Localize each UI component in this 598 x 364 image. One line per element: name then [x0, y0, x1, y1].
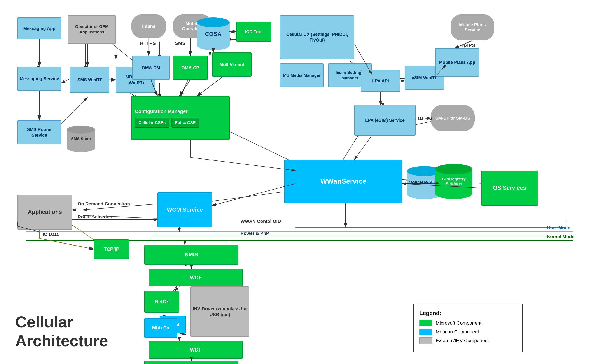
- oma-dm-label: OMA-DM: [142, 65, 160, 71]
- lpa-api-box: LPA API: [361, 70, 400, 92]
- svg-line-80: [39, 238, 94, 249]
- netcx-box: NetCx: [144, 291, 179, 313]
- wcm-service-box: WCM Service: [158, 192, 212, 227]
- intune-box: Intune: [131, 14, 166, 38]
- mobile-plans-app-label: Mobile Plans App: [439, 59, 475, 65]
- wcm-service-label: WCM Service: [167, 206, 203, 214]
- sm-dp-label: SM-DP or SM-DS: [435, 116, 470, 121]
- euicc-csp-box: Euicc CSP: [172, 118, 199, 128]
- sms-store-label: SMS Store: [71, 137, 91, 141]
- legend-item-microsoft: Microsoft Component: [419, 320, 517, 326]
- mobile-plans-service-box: Mobile Plans Service: [451, 14, 494, 40]
- oma-dm-box: OMA-DM: [132, 56, 169, 80]
- cellular-csps-box: Cellular CSPs: [135, 118, 169, 128]
- https2-label: HTTPS: [459, 43, 475, 48]
- oma-cp-label: OMA-CP: [181, 65, 199, 71]
- mobile-plans-app-box: Mobile Plans App: [435, 48, 479, 77]
- wdf1-label: WDF: [190, 274, 202, 281]
- legend-item-external: External/IHV Component: [419, 337, 517, 344]
- config-manager-label: Configuration Manager: [135, 108, 188, 115]
- sms-router-label: SMS Router Service: [19, 127, 59, 138]
- operator-oem-box: Operator or OEM Applications: [68, 15, 116, 44]
- sms-label: SMS: [175, 40, 185, 46]
- lpa-service-box: LPA (eSIM) Service: [354, 105, 415, 136]
- messaging-app-box: Messaging App: [17, 17, 61, 39]
- mb-media-box: MB Media Manager: [280, 63, 324, 88]
- legend: Legend: Microsoft Component Mobcon Compo…: [413, 304, 523, 352]
- os-services-label: OS Services: [493, 184, 526, 192]
- legend-color-external: [419, 337, 432, 344]
- applications-label: Applications: [28, 208, 62, 216]
- sms-winrt-label: SMS WInRT: [77, 77, 102, 83]
- messaging-service-label: Messaging Service: [20, 76, 59, 81]
- tcpip-label: TCP/IP: [104, 246, 119, 252]
- cosa-box: COSA: [197, 17, 230, 50]
- tcpip-box: TCP/IP: [94, 239, 129, 259]
- config-manager-box: Configuration Manager Cellular CSPs Euic…: [131, 96, 230, 140]
- cellular-csps-label: Cellular CSPs: [138, 120, 166, 125]
- legend-title: Legend:: [419, 310, 517, 316]
- pcie-usb-box: PCIe or USB Bus: [144, 361, 238, 364]
- lpa-service-label: LPA (eSIM) Service: [365, 117, 405, 123]
- legend-color-microsoft: [419, 320, 432, 326]
- gp-registry-box: GP/Registry Settings: [435, 164, 473, 199]
- sms-router-box: SMS Router Service: [17, 120, 61, 144]
- messaging-service-box: Messaging Service: [17, 67, 61, 91]
- nmis-box: NMIS: [144, 245, 238, 265]
- wdf2-label: WDF: [190, 346, 202, 353]
- legend-label-external: External/IHV Component: [436, 338, 489, 343]
- legend-label-microsoft: Microsoft Component: [436, 320, 482, 326]
- power-pnp-label: Power & PnP: [241, 231, 269, 236]
- sm-dp-box: SM-DP or SM-DS: [431, 105, 475, 131]
- svg-line-75: [212, 184, 295, 205]
- nmis-label: NMIS: [185, 251, 198, 258]
- gp-registry-label: GP/Registry Settings: [435, 177, 473, 186]
- mbb-cx-box: Mbb Cx: [144, 318, 177, 338]
- on-demand-label: On Demand Connection: [78, 201, 130, 206]
- ihv-driver-box: IHV Driver (wmbclass for USB bus): [190, 286, 249, 337]
- icd-tool-label: ICD Tool: [245, 29, 263, 34]
- svg-line-60: [179, 80, 190, 96]
- cellular-ux-label: Cellular UX (Settings, PNIDUI, FlyOut): [282, 32, 353, 43]
- ihv-driver-label: IHV Driver (wmbclass for USB bus): [192, 306, 248, 318]
- kernel-mode-label: Kernel Mode: [547, 234, 574, 239]
- legend-color-mobcon: [419, 329, 432, 335]
- route-selection-label: Route Selection: [78, 214, 112, 219]
- wwan-profiles-label: WWAN Profiles: [409, 180, 439, 185]
- wwan-control-label: WWAN Contol OID: [241, 219, 281, 224]
- multivariant-label: MultiVariant: [219, 62, 244, 67]
- legend-label-mobcon: Mobcon Component: [436, 329, 479, 335]
- wdf1-box: WDF: [149, 269, 243, 286]
- wdf2-box: WDF: [149, 341, 243, 358]
- svg-line-82: [175, 286, 179, 291]
- operator-oem-label: Operator or OEM Applications: [70, 24, 114, 35]
- svg-line-9: [61, 97, 87, 123]
- icd-tool-box: ICD Tool: [236, 22, 271, 41]
- mb-media-label: MB Media Manager: [283, 73, 321, 78]
- io-data-label: IO Data: [43, 232, 59, 237]
- oma-cp-box: OMA-CP: [173, 56, 208, 80]
- netcx-label: NetCx: [155, 299, 169, 305]
- svg-line-65: [190, 157, 295, 170]
- os-services-box: OS Services: [481, 170, 538, 205]
- applications-box: Applications: [17, 194, 72, 230]
- intune-label: Intune: [142, 24, 155, 29]
- wwan-service-box: WWanService: [284, 160, 402, 203]
- multivariant-box: MultiVariant: [212, 52, 251, 77]
- svg-line-72: [354, 136, 372, 160]
- user-mode-label: User Mode: [547, 225, 570, 230]
- mobile-plans-service-label: Mobile Plans Service: [453, 22, 492, 32]
- https1-label: HTTPS: [140, 40, 156, 46]
- mbb-cx-label: Mbb Cx: [152, 325, 169, 331]
- sms-store-box: SMS Store: [67, 126, 95, 152]
- esim-winrt-label: eSIM WinRT: [412, 75, 437, 81]
- legend-item-mobcon: Mobcon Component: [419, 329, 517, 335]
- messaging-app-label: Messaging App: [23, 25, 55, 31]
- title: CellularArchitecture: [15, 313, 108, 350]
- euicc-csp-label: Euicc CSP: [175, 120, 196, 125]
- cosa-label: COSA: [205, 31, 221, 37]
- lpa-api-label: LPA API: [372, 78, 389, 84]
- cellular-ux-box: Cellular UX (Settings, PNIDUI, FlyOut): [280, 15, 354, 59]
- https3-label: HTTPS: [418, 116, 432, 121]
- wwan-service-label: WWanService: [320, 177, 366, 186]
